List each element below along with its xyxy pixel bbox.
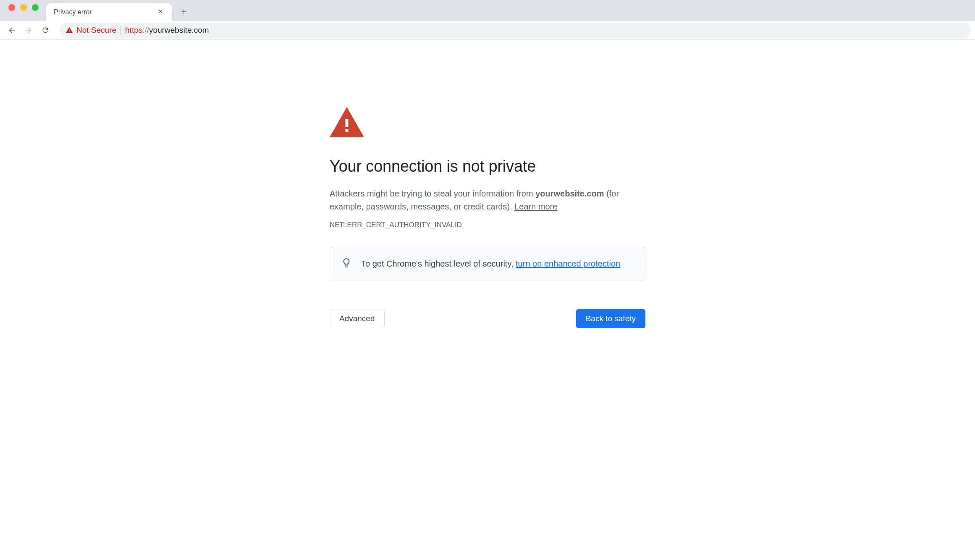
tip-pre: To get Chrome's highest level of securit… bbox=[361, 259, 516, 268]
error-heading: Your connection is not private bbox=[330, 157, 645, 175]
reload-icon bbox=[41, 26, 50, 34]
address-bar[interactable]: Not Secure https://yourwebsite.com bbox=[60, 23, 971, 38]
close-icon bbox=[157, 8, 164, 15]
svg-rect-1 bbox=[346, 129, 349, 132]
reload-button[interactable] bbox=[38, 23, 53, 38]
error-code: NET::ERR_CERT_AUTHORITY_INVALID bbox=[330, 221, 645, 229]
button-row: Advanced Back to safety bbox=[330, 309, 645, 328]
advanced-button[interactable]: Advanced bbox=[330, 309, 385, 328]
error-body-pre: Attackers might be trying to steal your … bbox=[330, 189, 535, 198]
browser-tab[interactable]: Privacy error bbox=[46, 3, 172, 21]
window-minimize-button[interactable] bbox=[20, 4, 27, 11]
forward-button[interactable] bbox=[21, 23, 36, 38]
privacy-error-interstitial: Your connection is not private Attackers… bbox=[328, 107, 647, 328]
warning-icon bbox=[330, 107, 645, 137]
url-host: yourwebsite.com bbox=[149, 26, 209, 35]
tip-text: To get Chrome's highest level of securit… bbox=[361, 259, 620, 269]
tab-close-button[interactable] bbox=[154, 6, 167, 18]
url-separator: :// bbox=[142, 26, 149, 35]
url-display: https://yourwebsite.com bbox=[125, 26, 209, 35]
url-scheme: https bbox=[125, 26, 142, 35]
arrow-left-icon bbox=[8, 26, 16, 34]
warning-triangle-large-icon bbox=[330, 107, 364, 137]
back-button[interactable] bbox=[4, 23, 19, 38]
window-controls bbox=[5, 4, 44, 17]
warning-triangle-icon bbox=[66, 26, 73, 34]
lightbulb-icon bbox=[341, 257, 352, 270]
security-indicator[interactable]: Not Secure bbox=[66, 26, 121, 35]
plus-icon bbox=[180, 8, 188, 16]
svg-rect-0 bbox=[346, 119, 349, 127]
window-close-button[interactable] bbox=[8, 4, 15, 11]
security-label: Not Secure bbox=[76, 26, 116, 35]
learn-more-link[interactable]: Learn more bbox=[514, 202, 557, 211]
enhanced-protection-tip: To get Chrome's highest level of securit… bbox=[330, 247, 645, 280]
new-tab-button[interactable] bbox=[176, 4, 191, 19]
tab-bar: Privacy error bbox=[0, 0, 975, 21]
error-body: Attackers might be trying to steal your … bbox=[330, 187, 645, 213]
enhanced-protection-link[interactable]: turn on enhanced protection bbox=[516, 259, 620, 268]
back-to-safety-button[interactable]: Back to safety bbox=[576, 309, 645, 328]
tab-title: Privacy error bbox=[54, 8, 154, 16]
window-maximize-button[interactable] bbox=[32, 4, 39, 11]
error-domain: yourwebsite.com bbox=[535, 189, 604, 198]
arrow-right-icon bbox=[24, 26, 33, 34]
browser-toolbar: Not Secure https://yourwebsite.com bbox=[0, 21, 975, 40]
